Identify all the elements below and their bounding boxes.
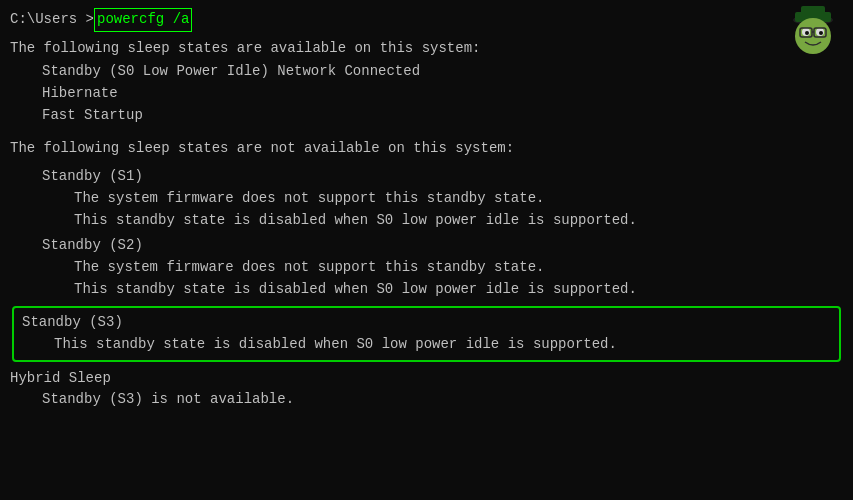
hybrid-sleep-label: Hybrid Sleep [10,368,843,390]
not-available-heading: The following sleep states are not avail… [10,138,843,160]
prompt-path: C:\Users > [10,9,94,31]
available-item-0: Standby (S0 Low Power Idle) Network Conn… [10,61,843,83]
standby-s2-label: Standby (S2) [10,235,843,257]
prompt-command: powercfg /a [94,8,192,32]
standby-s2-detail-0: The system firmware does not support thi… [10,257,843,279]
svg-rect-2 [801,6,825,14]
available-item-2: Fast Startup [10,105,843,127]
svg-point-7 [819,31,823,35]
standby-s2-detail-1: This standby state is disabled when S0 l… [10,279,843,301]
mascot-icon [783,6,843,66]
footer-section: Hybrid Sleep Standby (S3) is not availab… [10,368,843,411]
standby-s3-label: Standby (S3) [22,312,831,334]
not-available-section: The following sleep states are not avail… [10,138,843,300]
available-heading: The following sleep states are available… [10,38,843,60]
available-section: The following sleep states are available… [10,38,843,127]
terminal-window: C:\Users > powercfg /a The following sle… [0,0,853,419]
available-item-1: Hibernate [10,83,843,105]
svg-point-6 [805,31,809,35]
standby-s3-highlighted-block: Standby (S3) This standby state is disab… [12,306,841,361]
standby-s1-detail-1: This standby state is disabled when S0 l… [10,210,843,232]
standby-s1-detail-0: The system firmware does not support thi… [10,188,843,210]
watermark-mascot [783,6,843,74]
standby-s1-label: Standby (S1) [10,166,843,188]
prompt-line: C:\Users > powercfg /a [10,8,843,32]
hybrid-sleep-detail-0: Standby (S3) is not available. [10,389,843,411]
standby-s3-detail-0: This standby state is disabled when S0 l… [22,334,831,356]
